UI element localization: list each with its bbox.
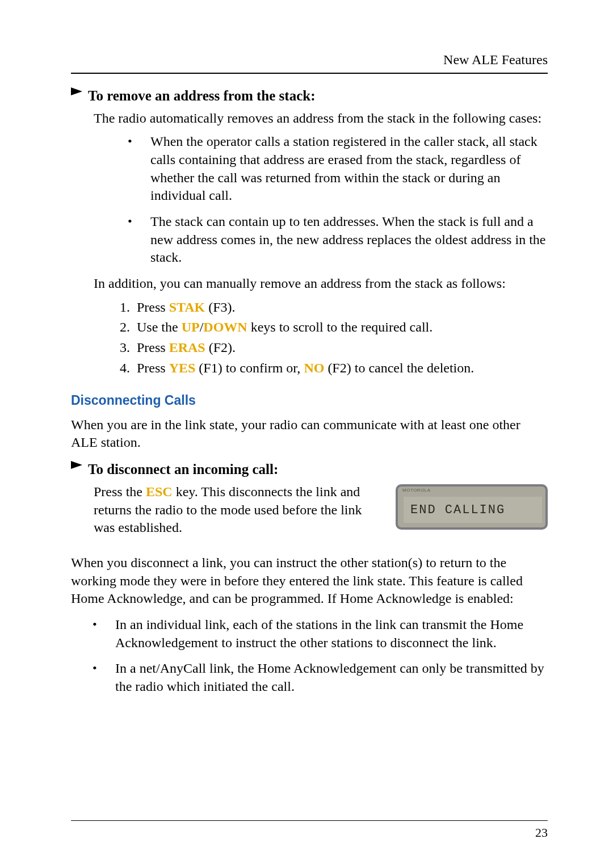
auto-remove-cases-list: When the operator calls a station regist… xyxy=(122,133,548,267)
key-stak: STAK xyxy=(169,300,205,315)
section-heading-disconnecting: Disconnecting Calls xyxy=(71,392,548,409)
lcd-display: MOTOROLA END CALLING xyxy=(396,484,548,530)
key-no: NO xyxy=(304,360,324,375)
key-eras: ERAS xyxy=(169,340,205,355)
key-yes: YES xyxy=(169,360,196,375)
home-ack-list: In an individual link, each of the stati… xyxy=(87,616,548,696)
svg-marker-0 xyxy=(71,87,82,95)
list-item: In a net/AnyCall link, the Home Acknowle… xyxy=(87,660,548,695)
key-down: DOWN xyxy=(203,320,247,334)
lcd-text: END CALLING xyxy=(404,497,542,523)
list-item: In an individual link, each of the stati… xyxy=(87,616,548,652)
list-item: When the operator calls a station regist… xyxy=(122,133,548,205)
disconnecting-intro: When you are in the link state, your rad… xyxy=(71,416,548,452)
manual-remove-steps: Press STAK (F3). Use the UP/DOWN keys to… xyxy=(116,299,548,378)
step-item: Press ERAS (F2). xyxy=(133,339,548,357)
intro-paragraph: The radio automatically removes an addre… xyxy=(94,110,548,128)
lcd-brand-label: MOTOROLA xyxy=(402,488,431,494)
disconnect-instruction: Press the ESC key. This disconnects the … xyxy=(94,483,384,537)
header-title: New ALE Features xyxy=(443,52,548,67)
key-esc: ESC xyxy=(146,484,173,499)
page-header: New ALE Features xyxy=(71,51,548,74)
procedure-heading-text: To disconnect an incoming call: xyxy=(88,460,278,479)
key-up: UP xyxy=(182,320,200,334)
step-item: Press YES (F1) to confirm or, NO (F2) to… xyxy=(133,359,548,378)
home-ack-paragraph: When you disconnect a link, you can inst… xyxy=(71,554,548,608)
procedure-heading-remove-address: To remove an address from the stack: xyxy=(71,86,548,105)
arrow-right-icon xyxy=(71,86,88,97)
arrow-right-icon xyxy=(71,460,88,470)
list-item: The stack can contain up to ten addresse… xyxy=(122,213,548,267)
page-footer: 23 xyxy=(71,820,548,841)
svg-marker-1 xyxy=(71,461,82,469)
procedure-heading-text: To remove an address from the stack: xyxy=(88,86,315,105)
page-number: 23 xyxy=(535,825,548,840)
step-item: Press STAK (F3). xyxy=(133,299,548,317)
procedure-heading-disconnect: To disconnect an incoming call: xyxy=(71,460,548,479)
step-item: Use the UP/DOWN keys to scroll to the re… xyxy=(133,318,548,337)
followup-paragraph: In addition, you can manually remove an … xyxy=(94,275,548,293)
